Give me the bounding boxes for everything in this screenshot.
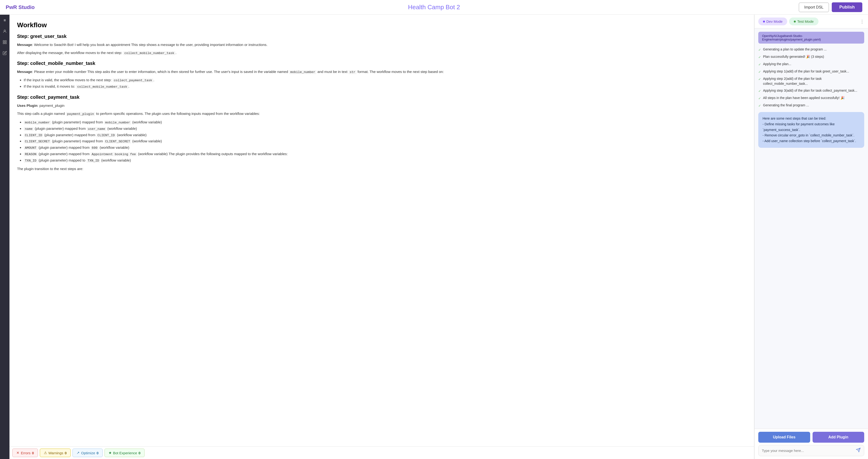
optimize-badge[interactable]: ↗ Optimize 0 bbox=[72, 449, 103, 457]
message-text-6: Applying step 3(add) of the plan for tas… bbox=[763, 88, 857, 93]
step2-li1: If the input is valid, the workflow move… bbox=[24, 77, 746, 84]
step2-list: If the input is valid, the workflow move… bbox=[24, 77, 746, 90]
step2-li1-code: collect_payment_task bbox=[113, 78, 153, 83]
message-7: ✓ All steps in the plan have been applie… bbox=[758, 95, 864, 101]
message-text-5: Applying step 2(add) of the plan for tas… bbox=[763, 76, 864, 86]
mode-tabs: Dev Mode Test Mode bbox=[758, 18, 818, 25]
upload-files-button[interactable]: Upload Files bbox=[758, 432, 810, 442]
step3-li3: CLIENT_ID (plugin parameter) mapped from… bbox=[24, 132, 746, 138]
check-icon-8: ✓ bbox=[758, 103, 761, 108]
step3-li4: CLIENT_SECRET (plugin parameter) mapped … bbox=[24, 138, 746, 144]
chat-messages: OpenNyAI/Jugalbandi-Studio-Engine/main/p… bbox=[754, 28, 868, 429]
step3-footer: The plugin transition to the next steps … bbox=[17, 166, 746, 172]
test-mode-tab[interactable]: Test Mode bbox=[789, 18, 818, 25]
svg-rect-1 bbox=[3, 40, 4, 42]
step3-li2: name (plugin parameter) mapped from user… bbox=[24, 126, 746, 132]
check-icon-6: ✓ bbox=[758, 89, 761, 94]
message-4: ✓ Applying step 1(add) of the plan for t… bbox=[758, 69, 864, 74]
step2-li2-code: collect_mobile_number_task bbox=[76, 85, 128, 89]
message-text-3: Applying the plan... bbox=[763, 62, 791, 67]
chat-input[interactable] bbox=[762, 449, 854, 453]
message-6: ✓ Applying step 3(add) of the plan for t… bbox=[758, 88, 864, 94]
step2-heading: Step: collect_mobile_number_task bbox=[17, 61, 746, 66]
step1-para1: Message: Welcome to Swachh Bot! I will h… bbox=[17, 42, 746, 47]
bot-exp-icon: ★ bbox=[108, 451, 112, 455]
dev-mode-label: Dev Mode bbox=[766, 20, 782, 24]
step3-list: mobile_number (plugin parameter) mapped … bbox=[24, 119, 746, 164]
step2-bold1: Message bbox=[17, 70, 32, 74]
step2-code2: str bbox=[348, 70, 356, 74]
sidebar-edit-icon[interactable] bbox=[1, 50, 8, 56]
svg-rect-4 bbox=[5, 43, 6, 44]
step3-li1: mobile_number (plugin parameter) mapped … bbox=[24, 119, 746, 126]
send-button[interactable] bbox=[856, 448, 861, 454]
check-icon-3: ✓ bbox=[758, 62, 761, 67]
app-logo: PwR Studio bbox=[6, 4, 35, 10]
chat-input-area: Upload Files Add Plugin bbox=[754, 429, 868, 459]
plugin-card: OpenNyAI/Jugalbandi-Studio-Engine/main/p… bbox=[758, 32, 864, 43]
check-icon-1: ✓ bbox=[758, 47, 761, 52]
step3-uses-label: Uses Plugin bbox=[17, 103, 37, 107]
sidebar: ≡ bbox=[0, 15, 9, 459]
header-actions: Import DSL Publish bbox=[799, 2, 862, 12]
message-text-2: Plan successfully generated! 🎉 (3 steps) bbox=[763, 54, 824, 59]
workflow-panel: Workflow Step: greet_user_task Message: … bbox=[9, 15, 754, 459]
message-text-8: Generating the final program ... bbox=[763, 103, 809, 108]
test-mode-dot bbox=[794, 21, 796, 23]
import-dsl-button[interactable]: Import DSL bbox=[799, 3, 829, 12]
step3-code1: payment_plugin bbox=[66, 112, 95, 116]
optimize-count: 0 bbox=[97, 451, 99, 455]
step1-code: collect_mobile_number_task bbox=[123, 51, 176, 55]
message-2: ✓ Plan successfully generated! 🎉 (3 step… bbox=[758, 54, 864, 60]
bot-experience-badge[interactable]: ★ Bot Experience 0 bbox=[104, 449, 145, 457]
message-text-7: All steps in the plan have been applied … bbox=[763, 95, 844, 100]
message-1: ✓ Generating a plan to update the progra… bbox=[758, 47, 864, 52]
sidebar-menu-icon[interactable]: ≡ bbox=[1, 17, 8, 24]
step3-li7: TXN_ID (plugin parameter) mapped to TXN_… bbox=[24, 157, 746, 164]
dev-mode-dot bbox=[763, 21, 765, 23]
sidebar-grid-icon[interactable] bbox=[1, 39, 8, 45]
errors-count: 0 bbox=[32, 451, 34, 455]
ai-suggestion-card: Here are some next steps that can be tri… bbox=[758, 112, 864, 148]
page-title: Health Camp Bot 2 bbox=[408, 4, 460, 11]
plugin-card-text: OpenNyAI/Jugalbandi-Studio-Engine/main/p… bbox=[762, 34, 821, 41]
optimize-icon: ↗ bbox=[76, 451, 80, 455]
svg-point-0 bbox=[4, 30, 5, 31]
message-5: ✓ Applying step 2(add) of the plan for t… bbox=[758, 76, 864, 86]
dev-mode-tab[interactable]: Dev Mode bbox=[758, 18, 787, 25]
optimize-label: Optimize bbox=[81, 451, 95, 455]
step3-heading: Step: collect_payment_task bbox=[17, 95, 746, 100]
bot-exp-count: 0 bbox=[138, 451, 141, 455]
right-panel-header: Dev Mode Test Mode ⋮ bbox=[754, 15, 868, 28]
svg-rect-2 bbox=[5, 40, 6, 42]
step1-bold1: Message bbox=[17, 43, 32, 47]
warnings-badge[interactable]: ⚠ Warnings 0 bbox=[40, 449, 71, 457]
step2-para1: Message: Please enter your mobile number… bbox=[17, 69, 746, 75]
workflow-title: Workflow bbox=[17, 21, 746, 29]
check-icon-2: ✓ bbox=[758, 55, 761, 60]
step3-uses: Uses Plugin: payment_plugin bbox=[17, 103, 746, 108]
step1-para2: After displaying the message, the workfl… bbox=[17, 50, 746, 56]
step3-li5: AMOUNT (plugin parameter) mapped from 60… bbox=[24, 144, 746, 151]
message-text-1: Generating a plan to update the program … bbox=[763, 47, 827, 52]
step3-desc: This step calls a plugin named payment_p… bbox=[17, 111, 746, 117]
sidebar-users-icon[interactable] bbox=[1, 28, 8, 35]
message-3: ✓ Applying the plan... bbox=[758, 62, 864, 67]
more-options-icon[interactable]: ⋮ bbox=[860, 19, 864, 24]
bot-exp-label: Bot Experience bbox=[113, 451, 137, 455]
svg-rect-3 bbox=[3, 43, 4, 44]
message-8: ✓ Generating the final program ... bbox=[758, 103, 864, 108]
check-icon-4: ✓ bbox=[758, 69, 761, 74]
suggestion-text: Here are some next steps that can be tri… bbox=[763, 117, 856, 143]
warnings-count: 0 bbox=[65, 451, 67, 455]
step2-code1: mobile_number bbox=[289, 70, 316, 74]
step1-heading: Step: greet_user_task bbox=[17, 34, 746, 39]
message-text-4: Applying step 1(add) of the plan for tas… bbox=[763, 69, 849, 74]
warnings-label: Warnings bbox=[48, 451, 63, 455]
errors-badge[interactable]: ✕ Errors 0 bbox=[12, 449, 38, 457]
content-area: Workflow Step: greet_user_task Message: … bbox=[9, 15, 868, 459]
add-plugin-button[interactable]: Add Plugin bbox=[812, 432, 864, 442]
publish-button[interactable]: Publish bbox=[832, 2, 862, 12]
warnings-icon: ⚠ bbox=[44, 451, 47, 455]
check-icon-7: ✓ bbox=[758, 96, 761, 101]
